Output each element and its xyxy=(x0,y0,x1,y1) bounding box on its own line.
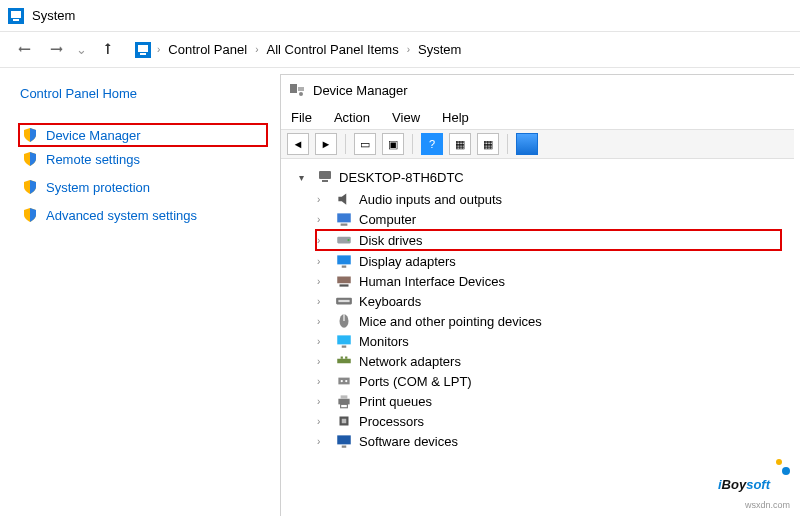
svg-rect-5 xyxy=(298,87,304,91)
svg-rect-8 xyxy=(322,180,328,182)
sidebar-link-remote-settings[interactable]: Remote settings xyxy=(20,145,260,173)
breadcrumb-item[interactable]: System xyxy=(414,40,465,59)
network-icon xyxy=(335,353,353,369)
caret-right-icon[interactable]: › xyxy=(317,416,329,427)
toolbar-help-icon[interactable]: ? xyxy=(421,133,443,155)
chevron-right-icon[interactable]: › xyxy=(255,44,258,55)
toolbar-separator xyxy=(507,134,508,154)
toolbar-options-icon[interactable]: ▣ xyxy=(382,133,404,155)
tree-node[interactable]: ›Keyboards xyxy=(317,291,782,311)
toolbar-grid-icon[interactable]: ▦ xyxy=(477,133,499,155)
svg-rect-10 xyxy=(341,224,348,226)
tree-node[interactable]: ›Ports (COM & LPT) xyxy=(317,371,782,391)
tree-node-label: Monitors xyxy=(359,334,409,349)
mouse-icon xyxy=(335,313,353,329)
svg-rect-4 xyxy=(290,84,297,93)
caret-right-icon[interactable]: › xyxy=(317,436,329,447)
caret-right-icon[interactable]: › xyxy=(317,316,329,327)
tree-node[interactable]: ›Network adapters xyxy=(317,351,782,371)
shield-icon xyxy=(22,151,38,167)
svg-rect-29 xyxy=(338,399,349,405)
tree-node[interactable]: ›Processors xyxy=(317,411,782,431)
caret-right-icon[interactable]: › xyxy=(317,194,329,205)
tree-node-label: Human Interface Devices xyxy=(359,274,505,289)
svg-rect-24 xyxy=(341,357,343,359)
main-area: Control Panel Home Device Manager Remote… xyxy=(0,68,800,516)
sidebar-link-device-manager[interactable]: Device Manager xyxy=(18,123,268,147)
tree-node[interactable]: ›Audio inputs and outputs xyxy=(317,189,782,209)
breadcrumb-item[interactable]: Control Panel xyxy=(164,40,251,59)
shield-icon xyxy=(22,179,38,195)
chevron-right-icon[interactable]: › xyxy=(157,44,160,55)
up-button[interactable]: 🠕 xyxy=(95,38,119,62)
caret-right-icon[interactable]: › xyxy=(317,296,329,307)
control-panel-home-link[interactable]: Control Panel Home xyxy=(20,86,260,101)
breadcrumb-item[interactable]: All Control Panel Items xyxy=(262,40,402,59)
tree-node-label: Processors xyxy=(359,414,424,429)
tree-node[interactable]: ›Mice and other pointing devices xyxy=(317,311,782,331)
menu-action[interactable]: Action xyxy=(334,110,370,125)
tree-node[interactable]: ›Monitors xyxy=(317,331,782,351)
menu-bar: File Action View Help xyxy=(281,105,794,129)
toolbar-properties-icon[interactable]: ▭ xyxy=(354,133,376,155)
svg-rect-22 xyxy=(342,346,347,348)
svg-rect-0 xyxy=(11,11,21,18)
disk-icon xyxy=(335,232,353,248)
keyboard-icon xyxy=(335,293,353,309)
caret-right-icon[interactable]: › xyxy=(317,276,329,287)
tree-root[interactable]: ▾ DESKTOP-8TH6DTC xyxy=(299,169,782,185)
chevron-right-icon[interactable]: › xyxy=(407,44,410,55)
svg-rect-14 xyxy=(342,266,347,268)
caret-right-icon[interactable]: › xyxy=(317,214,329,225)
caret-right-icon[interactable]: › xyxy=(317,336,329,347)
shield-icon xyxy=(22,127,38,143)
menu-view[interactable]: View xyxy=(392,110,420,125)
tree-node[interactable]: ›Human Interface Devices xyxy=(317,271,782,291)
menu-help[interactable]: Help xyxy=(442,110,469,125)
shield-icon xyxy=(22,207,38,223)
sidebar-link-advanced-settings[interactable]: Advanced system settings xyxy=(20,201,260,229)
tree-node[interactable]: ›Software devices xyxy=(317,431,782,451)
toolbar-refresh-icon[interactable]: ▦ xyxy=(449,133,471,155)
svg-rect-3 xyxy=(140,53,146,55)
toolbar-scan-icon[interactable] xyxy=(516,133,538,155)
cpu-icon xyxy=(335,413,353,429)
caret-right-icon[interactable]: › xyxy=(317,356,329,367)
forward-button[interactable]: 🠖 xyxy=(44,38,68,62)
computer-icon xyxy=(335,211,353,227)
tree-node-label: Keyboards xyxy=(359,294,421,309)
toolbar-back-icon[interactable]: ◄ xyxy=(287,133,309,155)
breadcrumb: › Control Panel › All Control Panel Item… xyxy=(135,40,465,59)
svg-rect-35 xyxy=(342,446,347,448)
sidebar-link-label: System protection xyxy=(46,180,150,195)
toolbar-separator xyxy=(345,134,346,154)
back-button[interactable]: 🠔 xyxy=(12,38,36,62)
tree-node-label: Computer xyxy=(359,212,416,227)
sidebar-link-system-protection[interactable]: System protection xyxy=(20,173,260,201)
svg-rect-1 xyxy=(13,19,19,21)
monitor-icon xyxy=(335,333,353,349)
tree-node[interactable]: ›Computer xyxy=(317,209,782,229)
caret-right-icon[interactable]: › xyxy=(317,235,329,246)
nav-dropdown-icon[interactable]: ⌄ xyxy=(76,42,87,57)
svg-rect-7 xyxy=(319,171,331,179)
caret-right-icon[interactable]: › xyxy=(317,256,329,267)
tree-node-label: Mice and other pointing devices xyxy=(359,314,542,329)
svg-rect-9 xyxy=(337,213,351,222)
tree-node-label: Display adapters xyxy=(359,254,456,269)
tree-node-label: Disk drives xyxy=(359,233,423,248)
svg-point-12 xyxy=(347,239,349,241)
caret-right-icon[interactable]: › xyxy=(317,376,329,387)
nav-row: 🠔 🠖 ⌄ 🠕 › Control Panel › All Control Pa… xyxy=(0,32,800,68)
menu-file[interactable]: File xyxy=(291,110,312,125)
tree-node-label: Network adapters xyxy=(359,354,461,369)
tree-node[interactable]: ›Display adapters xyxy=(317,251,782,271)
caret-right-icon[interactable]: › xyxy=(317,396,329,407)
tree-node[interactable]: ›Disk drives xyxy=(315,229,782,251)
device-manager-window: Device Manager File Action View Help ◄ ►… xyxy=(280,74,794,516)
toolbar-forward-icon[interactable]: ► xyxy=(315,133,337,155)
caret-down-icon[interactable]: ▾ xyxy=(299,172,311,183)
tree-node[interactable]: ›Print queues xyxy=(317,391,782,411)
svg-rect-26 xyxy=(338,378,349,385)
device-tree: ▾ DESKTOP-8TH6DTC ›Audio inputs and outp… xyxy=(281,159,794,461)
